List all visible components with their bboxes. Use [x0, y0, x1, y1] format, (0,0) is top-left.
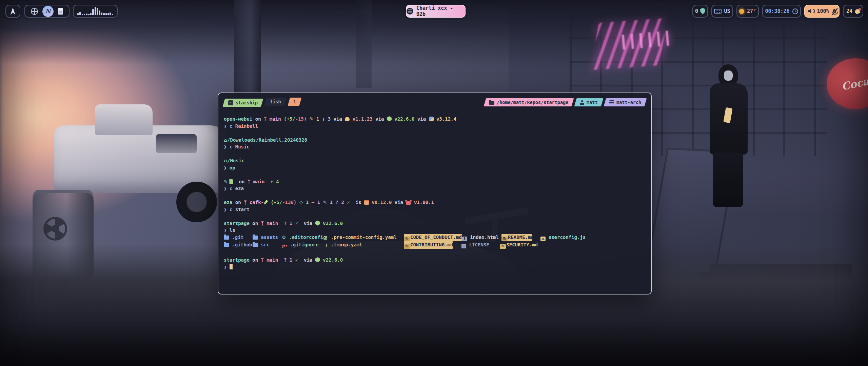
- updates-count: 0: [695, 8, 698, 14]
- user-icon: [580, 100, 584, 104]
- sun-icon: [739, 9, 744, 14]
- testtube-icon: [263, 200, 268, 205]
- terminal-line: startpage on ᛘ main ? 1 ✓ via v22.6.0: [224, 220, 646, 227]
- visualizer-bar: [82, 14, 83, 15]
- terminal-line: .git assets⚙ .editorconfig! .pre-commit-…: [224, 234, 646, 242]
- visualizer-bar: [86, 14, 87, 15]
- spotify-icon: [407, 8, 413, 15]
- keyboard-layout-label: US: [724, 8, 730, 14]
- terminal-tab-1[interactable]: 1: [288, 98, 301, 106]
- gitlogo-icon: git: [282, 243, 287, 250]
- updates-pill[interactable]: 0: [692, 5, 708, 18]
- md-icon: M↓: [404, 237, 410, 241]
- clock-icon: [792, 8, 798, 14]
- terminal-content[interactable]: open-webui on ᛘ main (+5/-15) ✎ 1 ↓ 3 vi…: [218, 107, 651, 270]
- terminal-window[interactable]: >_starshipfish1 /home/matt/Repos/startpa…: [218, 93, 652, 294]
- taskbar-app-document-icon[interactable]: [58, 8, 63, 15]
- mic-muted-icon: [833, 9, 836, 13]
- taskbar-pill[interactable]: N: [24, 5, 70, 18]
- folder-icon: [253, 243, 258, 247]
- terminal-line: ❯ ls: [224, 227, 646, 234]
- terminal-tab-fish[interactable]: fish: [264, 98, 287, 106]
- home-icon: ⌂: [224, 158, 227, 163]
- notebook-icon: [229, 179, 233, 184]
- status-segment[interactable]: matt-arch: [604, 98, 647, 106]
- speaker-icon: [808, 9, 812, 14]
- visualizer-bar: [77, 13, 79, 15]
- terminal-line: [224, 213, 646, 220]
- terminal-line: ❯ c start: [224, 206, 646, 213]
- html-icon: 5: [462, 237, 467, 241]
- terminal-line: [224, 129, 646, 137]
- pencil-icon: ✎: [310, 116, 314, 122]
- terminal-line: ❯: [224, 264, 646, 271]
- terminal-status-segments: /home/matt/Repos/startpagemattmatt-arch: [485, 98, 646, 106]
- shield-icon: [700, 8, 705, 15]
- terminal-line: [224, 192, 646, 199]
- weather-pill[interactable]: 27°: [736, 5, 759, 18]
- notifications-pill[interactable]: 24: [843, 5, 863, 18]
- terminal-tabs: >_starshipfish1: [224, 98, 304, 107]
- pencil-icon: ✎: [323, 200, 327, 205]
- visualizer-bar: [107, 13, 109, 15]
- license-icon: ≡: [461, 244, 466, 248]
- terminal-tab-starship-label: starship: [236, 100, 258, 105]
- node-icon: [387, 116, 392, 121]
- visualizer-bar: [103, 13, 104, 15]
- folder-icon: [224, 243, 229, 247]
- visualizer-bar: [79, 12, 81, 15]
- media-player-pill[interactable]: Charli xcx - B2b: [406, 5, 466, 18]
- terminal-line: ❯ c Music: [224, 143, 646, 150]
- terminal-line: [224, 150, 646, 158]
- status-segment[interactable]: matt: [574, 98, 603, 106]
- terminal-line: open-webui on ᛘ main (+5/-15) ✎ 1 ↓ 3 vi…: [224, 116, 646, 123]
- taskbar-app-globe-icon[interactable]: [31, 8, 38, 15]
- taskbar-app-n-logo-icon[interactable]: N: [42, 6, 54, 17]
- terminal-line: ⌂/Music: [224, 157, 646, 164]
- terminal-line: [224, 250, 646, 257]
- terminal-line: ❯ op: [224, 164, 646, 171]
- branch-icon: ᛘ: [261, 221, 264, 226]
- bell-icon: [855, 9, 860, 13]
- terminal-tab-1-label: 1: [293, 99, 296, 104]
- terminal-status-bar: >_starshipfish1 /home/matt/Repos/startpa…: [218, 93, 651, 107]
- md-icon: M↓: [404, 244, 410, 249]
- clock-pill[interactable]: 00:38:26: [762, 5, 801, 18]
- visualizer-bar: [112, 14, 113, 15]
- gear-icon: ⚙: [282, 235, 286, 240]
- visualizer-bar: [92, 9, 94, 15]
- status-segment[interactable]: /home/matt/Repos/startpage: [484, 98, 574, 106]
- visualizer-bar: [84, 14, 85, 15]
- stash-icon: ◇: [299, 200, 303, 205]
- terminal-tab-fish-label: fish: [270, 99, 281, 104]
- notifications-count: 24: [846, 8, 852, 14]
- terminal-line: .github srcgit .gitignore! .tmuxp.yamlM↓…: [224, 241, 646, 250]
- crate-icon: [364, 200, 369, 205]
- terminal-line: ⌂/Downloads/Rainbell.20240328: [224, 137, 646, 144]
- status-segment-label: /home/matt/Repos/startpage: [497, 100, 568, 105]
- bun-icon: [345, 117, 350, 121]
- audio-visualizer-pill: [73, 5, 118, 18]
- launcher-pill[interactable]: [5, 5, 20, 18]
- terminal-line: startpage on ᛘ main ? 1 ✓ via v22.6.0: [224, 257, 646, 264]
- visualizer-bar: [110, 13, 111, 15]
- server-icon: [609, 100, 614, 104]
- visualizer-bar: [88, 14, 90, 15]
- crab-icon: [406, 201, 411, 205]
- folder-icon: [253, 236, 258, 240]
- js-icon: JS: [540, 237, 546, 241]
- launcher-arrow-icon: [10, 7, 16, 15]
- folder-dark-icon: [489, 101, 494, 104]
- terminal-tab-starship[interactable]: >_starship: [223, 99, 263, 107]
- speaker-wave-icon: [813, 9, 815, 13]
- terminal-line: ❯ c Rainbell: [224, 123, 646, 130]
- visualizer-bar: [95, 7, 96, 15]
- keyboard-layout-pill[interactable]: US: [711, 5, 733, 18]
- status-segment-label: matt: [587, 100, 598, 105]
- folder-icon: [224, 236, 229, 240]
- visualizer-bar: [97, 8, 98, 15]
- volume-pill[interactable]: 100%: [804, 5, 840, 18]
- terminal-line: [224, 171, 646, 178]
- keyboard-icon: [714, 9, 722, 14]
- terminal-line: ❯ c eza: [224, 185, 646, 192]
